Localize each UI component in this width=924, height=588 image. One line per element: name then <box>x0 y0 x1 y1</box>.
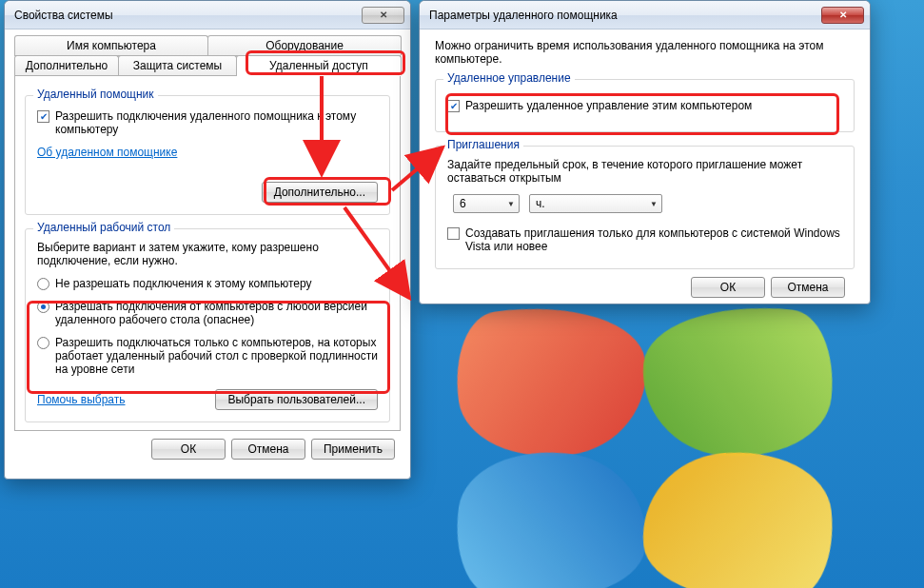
vista-only-checkbox[interactable] <box>447 227 460 240</box>
remote-control-group: Удаленное управление ✔ Разрешить удаленн… <box>435 79 855 132</box>
rdp-intro: Выберите вариант и затем укажите, кому р… <box>37 241 378 267</box>
titlebar[interactable]: Свойства системы ✕ <box>5 1 410 29</box>
ok-button[interactable]: ОК <box>151 439 226 460</box>
close-icon[interactable]: ✕ <box>821 7 864 24</box>
vista-only-label: Создавать приглашения только для компьют… <box>465 226 842 253</box>
chevron-down-icon: ▼ <box>650 200 658 208</box>
close-icon[interactable]: ✕ <box>362 7 404 24</box>
windows-7-logo <box>457 304 866 571</box>
remote-assistant-group: Удаленный помощник ✔ Разрешить подключен… <box>25 95 390 215</box>
invitations-group: Приглашения Задайте предельный срок, в т… <box>435 146 855 269</box>
rdp-option-nla-label: Разрешить подключаться только с компьюте… <box>55 336 378 376</box>
tab-hardware[interactable]: Оборудование <box>207 35 402 55</box>
allow-remote-assistance-checkbox[interactable]: ✔ <box>37 110 49 123</box>
tab-computer-name[interactable]: Имя компьютера <box>14 35 208 55</box>
rdp-option-nla[interactable] <box>37 337 49 349</box>
rdp-option-any[interactable] <box>37 301 49 313</box>
ra-intro: Можно ограничить время использования уда… <box>435 39 855 66</box>
rdp-option-any-label: Разрешать подключения от компьютеров с л… <box>55 300 378 326</box>
group-legend: Удаленный рабочий стол <box>33 221 174 234</box>
allow-remote-control-label: Разрешить удаленное управление этим комп… <box>465 99 752 112</box>
tab-system-protection[interactable]: Защита системы <box>118 55 237 75</box>
dialog-title: Свойства системы <box>14 9 113 22</box>
advanced-button[interactable]: Дополнительно... <box>262 182 378 203</box>
remote-desktop-group: Удаленный рабочий стол Выберите вариант … <box>25 228 390 422</box>
tab-remote-access[interactable]: Удаленный доступ <box>236 55 402 75</box>
rdp-option-deny-label: Не разрешать подключения к этому компьют… <box>55 277 312 290</box>
apply-button[interactable]: Применить <box>311 439 395 460</box>
chevron-down-icon: ▼ <box>507 200 515 208</box>
system-properties-dialog: Свойства системы ✕ Имя компьютера Оборуд… <box>4 0 411 480</box>
about-remote-assistant-link[interactable]: Об удаленном помощнике <box>37 146 177 159</box>
select-users-button[interactable]: Выбрать пользователей... <box>215 389 378 410</box>
allow-remote-assistance-label: Разрешить подключения удаленного помощни… <box>55 109 378 136</box>
dialog-title: Параметры удаленного помощника <box>429 9 618 22</box>
group-legend: Приглашения <box>443 138 523 151</box>
invitation-desc: Задайте предельный срок, в течение котор… <box>447 158 842 185</box>
invitation-duration-value[interactable]: 6▼ <box>453 194 520 213</box>
cancel-button[interactable]: Отмена <box>231 439 305 460</box>
group-legend: Удаленный помощник <box>33 88 158 101</box>
ok-button[interactable]: ОК <box>691 277 765 298</box>
cancel-button[interactable]: Отмена <box>771 277 845 298</box>
titlebar[interactable]: Параметры удаленного помощника ✕ <box>420 1 870 29</box>
help-choose-link[interactable]: Помочь выбрать <box>37 393 126 406</box>
tab-advanced[interactable]: Дополнительно <box>14 55 119 75</box>
allow-remote-control-checkbox[interactable]: ✔ <box>447 100 460 112</box>
remote-assistant-settings-dialog: Параметры удаленного помощника ✕ Можно о… <box>419 0 871 304</box>
rdp-option-deny[interactable] <box>37 278 49 290</box>
invitation-duration-unit[interactable]: ч.▼ <box>529 194 662 213</box>
group-legend: Удаленное управление <box>443 71 575 85</box>
